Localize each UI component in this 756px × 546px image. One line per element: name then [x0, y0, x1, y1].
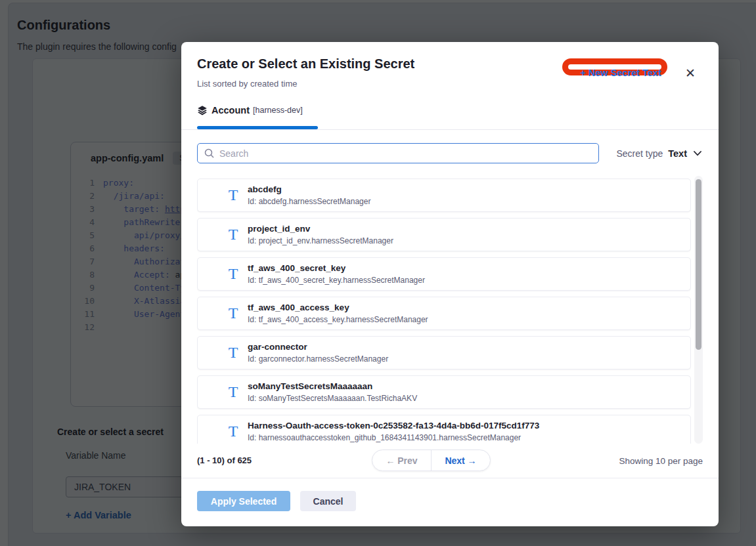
secret-list-item[interactable]: Ttf_aws_400_access_keyId: tf_aws_400_acc… — [197, 297, 691, 330]
text-secret-icon: T — [227, 344, 240, 361]
secret-list-item[interactable]: TabcdefgId: abcdefg.harnessSecretManager — [197, 178, 691, 212]
text-secret-icon: T — [227, 304, 240, 322]
secret-id: Id: project_id_env.harnessSecretManager — [248, 236, 393, 245]
tab-account-label: Account — [211, 105, 250, 116]
secret-id: Id: tf_aws_400_access_key.harnessSecretM… — [248, 315, 428, 324]
list-scrollbar[interactable] — [694, 176, 703, 444]
select-secret-modal: Create or Select an Existing Secret List… — [181, 42, 719, 526]
secret-type-dropdown[interactable]: Secret type Text — [616, 143, 701, 163]
secret-name: project_id_env — [248, 224, 310, 234]
secret-id: Id: soManyTestSecretsMaaaaaan.TestRichaA… — [248, 394, 417, 403]
search-box — [197, 143, 599, 163]
list-scrollbar-thumb[interactable] — [696, 179, 701, 350]
text-secret-icon: T — [227, 383, 240, 400]
tab-account-scope: [harness-dev] — [253, 106, 303, 115]
secret-list-item[interactable]: THarness-Oauth-access-token-0c253582-fa1… — [197, 415, 691, 444]
text-secret-icon: T — [227, 226, 240, 243]
text-secret-icon: T — [227, 186, 240, 203]
search-icon — [204, 148, 214, 158]
apply-selected-button[interactable]: Apply Selected — [197, 491, 290, 511]
per-page-label: Showing 10 per page — [619, 456, 703, 466]
modal-subtitle: List sorted by created time — [197, 79, 297, 89]
prev-page-button[interactable]: ← Prev — [372, 450, 432, 471]
secret-name: Harness-Oauth-access-token-0c253582-fa13… — [248, 421, 539, 430]
next-page-button[interactable]: Next → — [432, 450, 490, 471]
text-secret-icon: T — [227, 423, 240, 440]
secret-list-item[interactable]: Tproject_id_envId: project_id_env.harnes… — [197, 218, 691, 251]
secret-name: abcdefg — [248, 184, 282, 194]
secret-id: Id: tf_aws_400_secret_key.harnessSecretM… — [248, 276, 425, 285]
secret-type-label: Secret type — [616, 148, 663, 159]
layers-icon — [197, 105, 208, 116]
secret-name: tf_aws_400_access_key — [248, 303, 349, 312]
secret-list-item[interactable]: TsoManyTestSecretsMaaaaaanId: soManyTest… — [197, 375, 691, 409]
footer-divider — [181, 478, 719, 478]
secret-id: Id: abcdefg.harnessSecretManager — [248, 197, 370, 206]
secret-type-value: Text — [668, 148, 687, 159]
secret-name: tf_aws_400_secret_key — [248, 263, 345, 273]
pagination-range: (1 - 10) of 625 — [197, 455, 252, 465]
search-input[interactable] — [219, 148, 598, 159]
modal-title: Create or Select an Existing Secret — [197, 56, 414, 72]
pagination-controls: ← Prev Next → — [372, 450, 491, 471]
secret-id: Id: harnessoauthaccesstoken_github_16843… — [248, 433, 521, 442]
new-secret-text-button[interactable]: + New Secret Text — [567, 64, 675, 82]
tab-account[interactable]: Account [harness-dev] — [197, 105, 303, 116]
chevron-down-icon — [694, 151, 701, 156]
secret-list-item[interactable]: Tgar-connectorId: garconnector.harnessSe… — [197, 336, 691, 369]
cancel-button[interactable]: Cancel — [300, 491, 356, 511]
secret-list-item[interactable]: Ttf_aws_400_secret_keyId: tf_aws_400_sec… — [197, 257, 691, 291]
secret-list: TabcdefgId: abcdefg.harnessSecretManager… — [197, 176, 691, 444]
close-icon[interactable]: ✕ — [682, 64, 699, 81]
secret-id: Id: garconnector.harnessSecretManager — [248, 354, 388, 364]
secret-name: soManyTestSecretsMaaaaaan — [248, 381, 372, 391]
text-secret-icon: T — [227, 265, 240, 282]
tab-bar-divider — [181, 129, 719, 130]
secret-name: gar-connector — [248, 342, 307, 352]
